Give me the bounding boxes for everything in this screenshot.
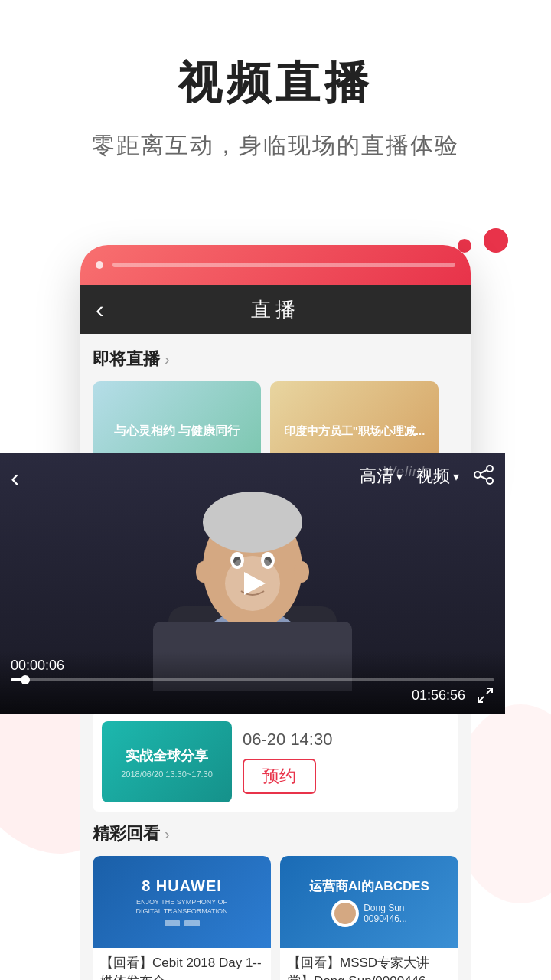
upcoming-reserve-card: 实战全球分享 2018/06/20 13:30~17:30 06-20 14:3… — [93, 712, 458, 812]
highlight-2-person: Dong Sun0090446... — [331, 900, 407, 927]
svg-point-3 — [203, 492, 302, 553]
highlights-grid: 8 HUAWEI ENJOY THE SYMPHONY OF DIGITAL T… — [93, 856, 458, 980]
svg-point-9 — [196, 561, 211, 583]
highlight-thumb-2: 运营商AI的ABCDES Dong Sun0090446... — [280, 856, 458, 948]
top-section: 视频直播 零距离互动，身临现场的直播体验 — [0, 0, 551, 177]
svg-point-12 — [487, 466, 493, 472]
svg-line-16 — [481, 476, 487, 479]
share-icon — [473, 464, 494, 485]
play-triangle-icon — [244, 572, 266, 595]
type-arrow-icon: ▾ — [453, 469, 459, 484]
highlights-arrow-icon: › — [165, 825, 170, 843]
progress-thumb — [21, 675, 30, 684]
highlight-2-brand: 运营商AI的ABCDES — [309, 877, 429, 895]
navbar-back-icon[interactable]: ‹ — [96, 296, 104, 324]
phone-top-bar — [80, 245, 471, 285]
upcoming-card-2-text: 印度中方员工"职场心理减... — [278, 418, 432, 445]
time-total: 01:56:56 — [412, 688, 465, 704]
reserve-button[interactable]: 预约 — [243, 759, 316, 794]
video-controls-top: 高清 ▾ 视频 ▾ — [360, 464, 494, 488]
navbar-title: 直播 — [251, 296, 300, 323]
type-button[interactable]: 视频 ▾ — [416, 465, 459, 488]
video-progress-area: 00:00:06 01:56:56 — [0, 652, 505, 714]
video-back-button[interactable]: ‹ — [11, 462, 19, 492]
upcoming-section-header: 即将直播 › — [93, 348, 458, 371]
highlights-header: 精彩回看 › — [93, 822, 458, 845]
upcoming-label: 即将直播 — [93, 348, 160, 371]
svg-point-14 — [487, 478, 493, 484]
progress-bar-fill — [11, 678, 25, 681]
share-button[interactable] — [473, 464, 494, 488]
svg-line-17 — [487, 688, 492, 694]
video-player: Welink ‹ 高清 ▾ 视频 ▾ — [0, 453, 505, 714]
progress-bar-container[interactable] — [11, 678, 494, 681]
svg-point-13 — [474, 472, 481, 478]
dot-large — [484, 228, 508, 253]
highlight-1-logo-row — [165, 920, 200, 926]
page-background: 视频直播 零距离互动，身临现场的直播体验 ‹ 直播 即将直播 › — [0, 0, 551, 980]
svg-point-10 — [294, 561, 309, 583]
highlight-thumb-1: 8 HUAWEI ENJOY THE SYMPHONY OF DIGITAL T… — [93, 856, 271, 948]
upcoming-card-1-text: 与心灵相约 与健康同行 — [108, 417, 246, 446]
svg-line-15 — [481, 470, 487, 473]
page-subtitle: 零距离互动，身临现场的直播体验 — [31, 130, 520, 162]
phone-navbar: ‹ 直播 — [80, 285, 471, 334]
highlight-1-brand: 8 HUAWEI — [142, 877, 222, 895]
progress-bottom-row: 01:56:56 — [11, 686, 494, 704]
play-button[interactable] — [225, 556, 280, 611]
quality-label: 高清 — [360, 465, 393, 488]
highlight-card-2[interactable]: 运营商AI的ABCDES Dong Sun0090446... 【回看】MSSD… — [280, 856, 458, 980]
page-title: 视频直播 — [31, 54, 520, 113]
phone-bar-line — [112, 263, 455, 267]
upcoming-datetime: 06-20 14:30 — [243, 730, 449, 750]
highlight-card-1[interactable]: 8 HUAWEI ENJOY THE SYMPHONY OF DIGITAL T… — [93, 856, 271, 980]
highlight-2-title: 【回看】MSSD专家大讲堂】Dong Sun/0090446... — [280, 948, 458, 980]
video-bg: Welink ‹ 高清 ▾ 视频 ▾ — [0, 453, 505, 714]
highlights-section: 精彩回看 › 8 HUAWEI ENJOY THE SYMPHONY OF DI… — [93, 822, 458, 980]
upcoming-arrow-icon: › — [165, 351, 170, 368]
upcoming-thumb-text: 实战全球分享 — [119, 743, 214, 768]
upcoming-reserve-info: 06-20 14:30 预约 — [243, 730, 449, 794]
expand-icon[interactable] — [476, 686, 494, 704]
highlights-label: 精彩回看 — [93, 822, 160, 845]
quality-button[interactable]: 高清 ▾ — [360, 465, 403, 488]
upcoming-thumb-date-text: 2018/06/20 13:30~17:30 — [116, 768, 217, 780]
time-current: 00:00:06 — [11, 658, 64, 674]
highlight-1-tagline: ENJOY THE SYMPHONY OF DIGITAL TRANSFORMA… — [132, 898, 232, 916]
upcoming-reserve-thumb: 实战全球分享 2018/06/20 13:30~17:30 — [102, 721, 232, 802]
quality-arrow-icon: ▾ — [396, 469, 403, 484]
highlight-1-title: 【回看】Cebit 2018 Day 1--媒体发布会 — [93, 948, 271, 980]
progress-times: 00:00:06 — [11, 658, 494, 674]
lower-phone-content: 实战全球分享 2018/06/20 13:30~17:30 06-20 14:3… — [80, 712, 471, 980]
phone-indicator-dot — [96, 261, 103, 269]
type-label: 视频 — [416, 465, 450, 488]
svg-line-18 — [478, 697, 484, 702]
